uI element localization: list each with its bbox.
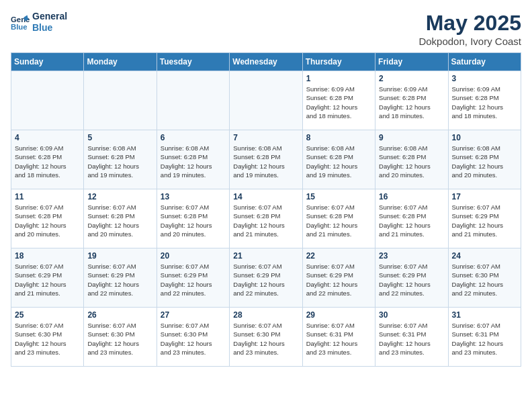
calendar-cell xyxy=(157,71,229,130)
calendar-cell: 10Sunrise: 6:08 AM Sunset: 6:28 PM Dayli… xyxy=(448,130,521,189)
day-number: 9 xyxy=(379,133,444,142)
page-header: General Blue General Blue May 2025 Dokpo… xyxy=(11,11,521,47)
weekday-header-friday: Friday xyxy=(375,53,448,71)
day-number: 24 xyxy=(452,251,517,261)
day-number: 17 xyxy=(452,192,517,201)
day-number: 16 xyxy=(379,192,444,201)
logo-blue: Blue xyxy=(32,22,67,34)
day-number: 2 xyxy=(379,74,444,83)
calendar-cell: 27Sunrise: 6:07 AM Sunset: 6:30 PM Dayli… xyxy=(157,308,229,367)
day-info: Sunrise: 6:08 AM Sunset: 6:28 PM Dayligh… xyxy=(87,144,152,179)
day-info: Sunrise: 6:07 AM Sunset: 6:30 PM Dayligh… xyxy=(87,321,152,357)
day-info: Sunrise: 6:09 AM Sunset: 6:28 PM Dayligh… xyxy=(379,85,444,120)
day-info: Sunrise: 6:07 AM Sunset: 6:29 PM Dayligh… xyxy=(161,262,226,298)
calendar-cell: 3Sunrise: 6:09 AM Sunset: 6:28 PM Daylig… xyxy=(448,71,521,130)
day-number: 14 xyxy=(233,192,298,201)
calendar-week-2: 4Sunrise: 6:09 AM Sunset: 6:28 PM Daylig… xyxy=(11,130,521,189)
calendar-cell: 26Sunrise: 6:07 AM Sunset: 6:30 PM Dayli… xyxy=(84,308,157,367)
logo-icon: General Blue xyxy=(11,13,30,32)
calendar-week-3: 11Sunrise: 6:07 AM Sunset: 6:28 PM Dayli… xyxy=(11,189,521,248)
day-info: Sunrise: 6:07 AM Sunset: 6:31 PM Dayligh… xyxy=(306,321,371,357)
weekday-header-tuesday: Tuesday xyxy=(157,53,229,71)
calendar-week-5: 25Sunrise: 6:07 AM Sunset: 6:30 PM Dayli… xyxy=(11,308,521,367)
calendar-cell: 7Sunrise: 6:08 AM Sunset: 6:28 PM Daylig… xyxy=(230,130,302,189)
calendar-cell xyxy=(230,71,302,130)
calendar-week-1: 1Sunrise: 6:09 AM Sunset: 6:28 PM Daylig… xyxy=(11,71,521,130)
day-number: 13 xyxy=(161,192,226,201)
calendar-cell: 11Sunrise: 6:07 AM Sunset: 6:28 PM Dayli… xyxy=(11,189,84,248)
day-number: 25 xyxy=(15,310,80,320)
calendar-cell: 16Sunrise: 6:07 AM Sunset: 6:28 PM Dayli… xyxy=(375,189,448,248)
day-number: 23 xyxy=(379,251,444,261)
day-info: Sunrise: 6:07 AM Sunset: 6:28 PM Dayligh… xyxy=(87,203,152,238)
day-info: Sunrise: 6:07 AM Sunset: 6:29 PM Dayligh… xyxy=(379,262,444,298)
day-info: Sunrise: 6:09 AM Sunset: 6:28 PM Dayligh… xyxy=(452,85,517,120)
day-number: 20 xyxy=(161,251,226,261)
day-number: 30 xyxy=(379,310,444,320)
day-info: Sunrise: 6:07 AM Sunset: 6:28 PM Dayligh… xyxy=(379,203,444,238)
day-number: 7 xyxy=(233,133,298,142)
calendar-cell: 31Sunrise: 6:07 AM Sunset: 6:31 PM Dayli… xyxy=(448,308,521,367)
day-info: Sunrise: 6:07 AM Sunset: 6:30 PM Dayligh… xyxy=(15,321,80,357)
calendar-cell: 21Sunrise: 6:07 AM Sunset: 6:29 PM Dayli… xyxy=(230,248,302,308)
day-number: 5 xyxy=(87,133,152,142)
day-info: Sunrise: 6:07 AM Sunset: 6:31 PM Dayligh… xyxy=(452,321,517,357)
day-number: 8 xyxy=(306,133,371,142)
day-number: 1 xyxy=(306,74,371,83)
calendar-cell: 30Sunrise: 6:07 AM Sunset: 6:31 PM Dayli… xyxy=(375,308,448,367)
calendar-cell: 29Sunrise: 6:07 AM Sunset: 6:31 PM Dayli… xyxy=(302,308,375,367)
calendar-week-4: 18Sunrise: 6:07 AM Sunset: 6:29 PM Dayli… xyxy=(11,248,521,308)
day-info: Sunrise: 6:08 AM Sunset: 6:28 PM Dayligh… xyxy=(233,144,298,179)
day-info: Sunrise: 6:08 AM Sunset: 6:28 PM Dayligh… xyxy=(306,144,371,179)
weekday-header-monday: Monday xyxy=(84,53,157,71)
day-number: 29 xyxy=(306,310,371,320)
day-number: 6 xyxy=(161,133,226,142)
day-number: 4 xyxy=(15,133,80,142)
weekday-header-wednesday: Wednesday xyxy=(230,53,302,71)
day-number: 26 xyxy=(87,310,152,320)
svg-text:Blue: Blue xyxy=(11,22,28,30)
day-number: 10 xyxy=(452,133,517,142)
calendar-cell: 12Sunrise: 6:07 AM Sunset: 6:28 PM Dayli… xyxy=(84,189,157,248)
day-number: 27 xyxy=(161,310,226,320)
calendar-cell: 1Sunrise: 6:09 AM Sunset: 6:28 PM Daylig… xyxy=(302,71,375,130)
day-info: Sunrise: 6:09 AM Sunset: 6:28 PM Dayligh… xyxy=(306,85,371,120)
calendar-cell: 4Sunrise: 6:09 AM Sunset: 6:28 PM Daylig… xyxy=(11,130,84,189)
day-info: Sunrise: 6:07 AM Sunset: 6:28 PM Dayligh… xyxy=(15,203,80,238)
day-info: Sunrise: 6:08 AM Sunset: 6:28 PM Dayligh… xyxy=(452,144,517,179)
day-info: Sunrise: 6:08 AM Sunset: 6:28 PM Dayligh… xyxy=(161,144,226,179)
calendar-table: SundayMondayTuesdayWednesdayThursdayFrid… xyxy=(11,52,521,367)
day-info: Sunrise: 6:07 AM Sunset: 6:29 PM Dayligh… xyxy=(452,203,517,238)
day-info: Sunrise: 6:07 AM Sunset: 6:30 PM Dayligh… xyxy=(233,321,298,357)
calendar-cell: 25Sunrise: 6:07 AM Sunset: 6:30 PM Dayli… xyxy=(11,308,84,367)
calendar-cell: 28Sunrise: 6:07 AM Sunset: 6:30 PM Dayli… xyxy=(230,308,302,367)
day-info: Sunrise: 6:08 AM Sunset: 6:28 PM Dayligh… xyxy=(379,144,444,179)
calendar-cell: 14Sunrise: 6:07 AM Sunset: 6:28 PM Dayli… xyxy=(230,189,302,248)
weekday-header-saturday: Saturday xyxy=(448,53,521,71)
weekday-header-thursday: Thursday xyxy=(302,53,375,71)
calendar-cell xyxy=(84,71,157,130)
calendar-cell: 8Sunrise: 6:08 AM Sunset: 6:28 PM Daylig… xyxy=(302,130,375,189)
day-info: Sunrise: 6:07 AM Sunset: 6:30 PM Dayligh… xyxy=(161,321,226,357)
calendar-cell: 6Sunrise: 6:08 AM Sunset: 6:28 PM Daylig… xyxy=(157,130,229,189)
day-info: Sunrise: 6:07 AM Sunset: 6:31 PM Dayligh… xyxy=(379,321,444,357)
calendar-cell: 15Sunrise: 6:07 AM Sunset: 6:28 PM Dayli… xyxy=(302,189,375,248)
day-info: Sunrise: 6:09 AM Sunset: 6:28 PM Dayligh… xyxy=(15,144,80,179)
day-info: Sunrise: 6:07 AM Sunset: 6:29 PM Dayligh… xyxy=(306,262,371,298)
calendar-cell xyxy=(11,71,84,130)
month-title: May 2025 xyxy=(418,11,521,36)
day-number: 31 xyxy=(452,310,517,320)
calendar-cell: 22Sunrise: 6:07 AM Sunset: 6:29 PM Dayli… xyxy=(302,248,375,308)
day-number: 15 xyxy=(306,192,371,201)
day-number: 22 xyxy=(306,251,371,261)
calendar-cell: 24Sunrise: 6:07 AM Sunset: 6:30 PM Dayli… xyxy=(448,248,521,308)
day-number: 12 xyxy=(87,192,152,201)
day-info: Sunrise: 6:07 AM Sunset: 6:28 PM Dayligh… xyxy=(233,203,298,238)
calendar-cell: 19Sunrise: 6:07 AM Sunset: 6:29 PM Dayli… xyxy=(84,248,157,308)
day-number: 18 xyxy=(15,251,80,261)
calendar-cell: 17Sunrise: 6:07 AM Sunset: 6:29 PM Dayli… xyxy=(448,189,521,248)
day-info: Sunrise: 6:07 AM Sunset: 6:28 PM Dayligh… xyxy=(161,203,226,238)
day-number: 3 xyxy=(452,74,517,83)
day-info: Sunrise: 6:07 AM Sunset: 6:30 PM Dayligh… xyxy=(452,262,517,298)
day-info: Sunrise: 6:07 AM Sunset: 6:29 PM Dayligh… xyxy=(15,262,80,298)
